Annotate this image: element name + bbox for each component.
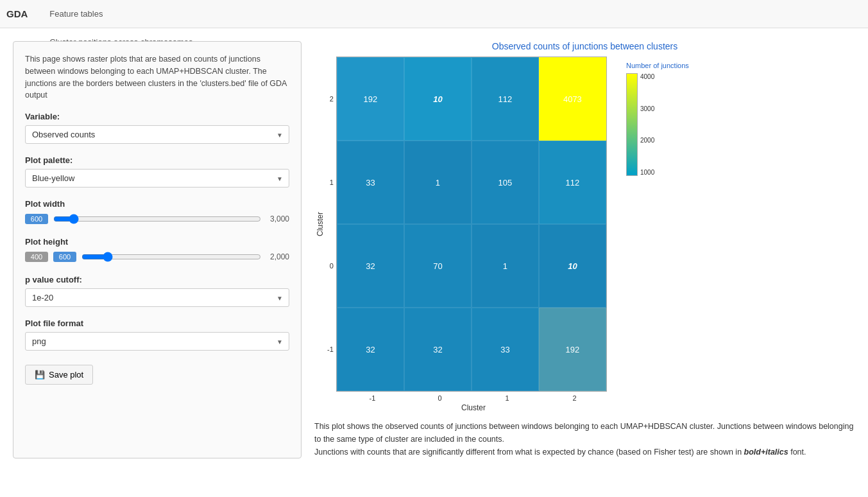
- heatmap-cell: 10: [404, 57, 472, 141]
- heatmap-cell: 1: [472, 224, 539, 308]
- pvalue-label: p value cutoff:: [25, 275, 289, 284]
- y-tick: -1: [327, 308, 334, 391]
- heatmap-cell: 192: [539, 308, 606, 391]
- variable-label: Variable:: [25, 112, 289, 121]
- height-value-box: 600: [53, 252, 76, 262]
- description-line1: This plot shows the observed counts of j…: [314, 420, 855, 446]
- variable-select-wrapper: Observed countsExpected countsFold chang…: [25, 125, 289, 144]
- width-slider-container: [53, 213, 261, 225]
- legend-tick: 1000: [640, 169, 654, 176]
- legend-ticks: 4000300020001000: [640, 73, 654, 176]
- plot-title: Observed counts of junctions between clu…: [314, 41, 855, 51]
- heatmap-cell: 33: [337, 141, 404, 224]
- y-tick: 1: [330, 141, 334, 224]
- format-select-wrapper: pngpdfsvg ▼: [25, 332, 289, 351]
- heatmap-outer: Cluster 210-1 19210112407333110511232701…: [314, 57, 608, 412]
- plot-description: This plot shows the observed counts of j…: [314, 420, 855, 458]
- palette-select-wrapper: Blue-yellowRed-blueViridis ▼: [25, 169, 289, 187]
- plot-wrapper: Cluster 210-1 19210112407333110511232701…: [314, 57, 855, 412]
- heatmap-cell: 70: [404, 224, 472, 308]
- nav-tab-feature-tables[interactable]: Feature tables: [40, 0, 112, 28]
- x-axis-ticks: -1012: [339, 394, 608, 402]
- width-value-box: 600: [25, 214, 48, 224]
- x-tick: 2: [541, 394, 608, 402]
- sidebar-description: This page shows raster plots that are ba…: [25, 53, 289, 101]
- gradient-bar: [626, 73, 638, 176]
- height-slider-row: 400 600 2,000: [25, 250, 289, 263]
- palette-select[interactable]: Blue-yellowRed-blueViridis: [25, 169, 289, 187]
- heatmap-with-yaxis: Cluster 210-1 19210112407333110511232701…: [316, 57, 607, 392]
- pvalue-control: p value cutoff: 1e-201e-101e-50.05 ▼: [25, 275, 289, 307]
- x-tick: 0: [406, 394, 473, 402]
- x-axis-label: Cluster: [461, 403, 486, 412]
- heatmap-cell: 32: [337, 308, 404, 391]
- height-slider[interactable]: [81, 252, 261, 262]
- y-axis-label: Cluster: [316, 212, 325, 236]
- heatmap-cell: 1: [404, 141, 472, 224]
- heatmap-cell: 32: [404, 308, 472, 391]
- x-tick: 1: [473, 394, 541, 402]
- pvalue-select[interactable]: 1e-201e-101e-50.05: [25, 288, 289, 307]
- format-label: Plot file format: [25, 318, 289, 328]
- height-control: Plot height 400 600 2,000: [25, 237, 289, 263]
- save-button[interactable]: 💾 Save plot: [25, 365, 93, 385]
- format-select[interactable]: pngpdfsvg: [25, 332, 289, 351]
- heatmap-cell: 192: [337, 57, 404, 141]
- pvalue-select-wrapper: 1e-201e-101e-50.05 ▼: [25, 288, 289, 307]
- heatmap-cell: 32: [337, 224, 404, 308]
- height-min-value-box: 400: [25, 252, 48, 262]
- y-tick: 0: [330, 224, 334, 308]
- legend-tick: 4000: [640, 73, 654, 80]
- variable-control: Variable: Observed countsExpected counts…: [25, 112, 289, 144]
- width-control: Plot width 600 3,000: [25, 199, 289, 225]
- legend: Number of junctions 4000300020001000: [621, 57, 694, 181]
- format-control: Plot file format pngpdfsvg ▼: [25, 318, 289, 351]
- legend-tick: 2000: [640, 137, 654, 144]
- heatmap-cell: 10: [539, 224, 606, 308]
- heatmap-cell: 4073: [539, 57, 606, 141]
- plot-area: Observed counts of junctions between clu…: [314, 41, 855, 458]
- main-content: This page shows raster plots that are ba…: [0, 28, 868, 471]
- width-slider-row: 600 3,000: [25, 213, 289, 225]
- variable-select[interactable]: Observed countsExpected countsFold chang…: [25, 125, 289, 144]
- height-label: Plot height: [25, 237, 289, 247]
- height-max: 2,000: [266, 252, 289, 261]
- legend-title: Number of junctions: [626, 62, 689, 69]
- y-axis-ticks: 210-1: [327, 57, 336, 391]
- brand: GDA: [6, 8, 28, 19]
- palette-label: Plot palette:: [25, 155, 289, 165]
- heatmap-cell: 33: [472, 308, 539, 391]
- x-tick: -1: [339, 394, 406, 402]
- heatmap-cell: 112: [539, 141, 606, 224]
- heatmap-cell: 112: [472, 57, 539, 141]
- download-icon: 💾: [35, 370, 45, 379]
- description-line2: Junctions with counts that are significa…: [314, 446, 855, 458]
- heatmap-cell: 105: [472, 141, 539, 224]
- navbar: GDA UMAP plotsCluster locationsCluster h…: [0, 0, 868, 28]
- width-max: 3,000: [266, 214, 289, 223]
- width-slider[interactable]: [53, 214, 261, 224]
- palette-control: Plot palette: Blue-yellowRed-blueViridis…: [25, 155, 289, 187]
- save-button-label: Save plot: [49, 370, 83, 379]
- legend-tick: 3000: [640, 105, 654, 112]
- width-label: Plot width: [25, 199, 289, 209]
- legend-gradient: 4000300020001000: [626, 73, 654, 176]
- heatmap-grid: 1921011240733311051123270110323233192: [336, 57, 607, 392]
- height-slider-container: [81, 250, 261, 263]
- sidebar: This page shows raster plots that are ba…: [13, 41, 302, 458]
- y-tick: 2: [330, 57, 334, 141]
